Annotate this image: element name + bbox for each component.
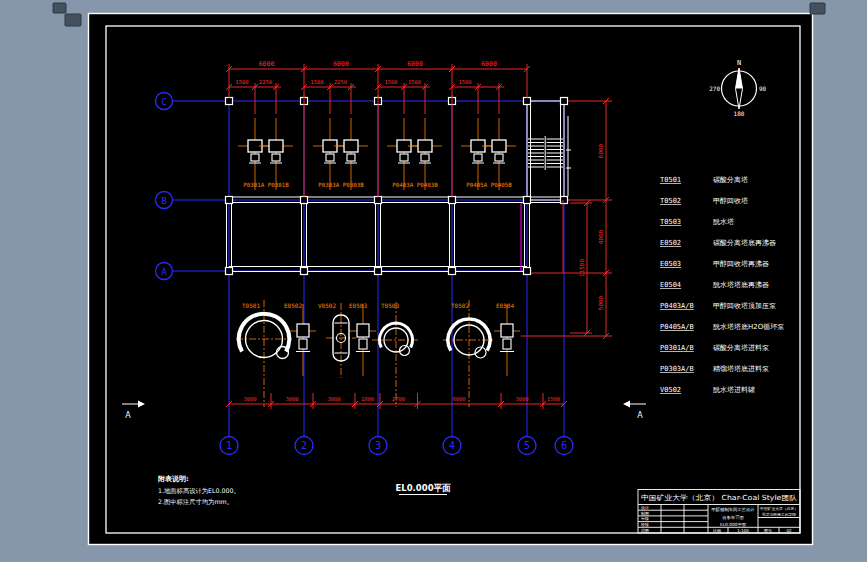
- legend-tag-2: T0502: [660, 197, 681, 205]
- pump-label-2: P0303A P0303B: [318, 182, 364, 188]
- grid-label-2: 2: [301, 440, 307, 451]
- dim-top-sub-6: 1500: [408, 79, 421, 85]
- equip-label-E0503: E0503: [349, 302, 367, 309]
- legend-desc-6: 脱水塔塔底再沸器: [712, 281, 769, 289]
- dim-top-main-2: 6000: [333, 60, 349, 68]
- drawing-caption: EL0.000平面: [395, 483, 451, 495]
- compass-s: 180: [734, 110, 745, 117]
- dim-bottom-6: 6000: [452, 396, 465, 402]
- equip-label-T0502: T0502: [451, 302, 469, 309]
- dim-bottom-5: 2700: [392, 396, 405, 402]
- equip-label-T0503: T0503: [381, 302, 399, 309]
- legend-desc-8: 脱水塔塔底H2O循环泵: [712, 323, 784, 331]
- dim-top-main-1: 6000: [259, 60, 275, 68]
- titleblock-org-line-1: 中国矿业大学（北京）: [760, 506, 798, 511]
- legend-tag-7: P0403A/B: [660, 302, 694, 310]
- equip-label-T0501: T0501: [242, 302, 260, 309]
- legend-tag-1: T0501: [660, 176, 681, 184]
- dim-top-sub-4: 2250: [334, 79, 347, 85]
- dim-bottom-2: 3000: [285, 396, 298, 402]
- grid-label-B: B: [161, 196, 166, 206]
- equip-label-V0502: V0502: [318, 302, 336, 309]
- titlebar-icon-left-2[interactable]: [65, 14, 81, 26]
- grid-label-C: C: [161, 97, 166, 107]
- dim-right-2: 4000: [597, 229, 604, 244]
- legend-desc-4: 碳酸分离塔底再沸器: [713, 239, 776, 247]
- grid-label-4: 4: [449, 440, 455, 451]
- legend-desc-3: 脱水塔: [712, 218, 734, 226]
- legend-tag-6: E0504: [660, 281, 681, 289]
- legend-desc-9: 碳酸分离塔进料泵: [713, 344, 769, 352]
- dim-right-3: 5000: [597, 295, 604, 310]
- dim-top-sub-5: 1500: [384, 79, 397, 85]
- section-label-right: A: [637, 411, 643, 420]
- pump-label-3: P0403A P0403B: [392, 182, 438, 188]
- titlebar-icon-right[interactable]: [810, 3, 825, 14]
- titleblock-banner: 中国矿业大学（北京） Char-Coal Style团队: [641, 494, 797, 502]
- grid-label-3: 3: [375, 440, 381, 451]
- dim-bottom-8: 1500: [547, 396, 560, 402]
- legend-tag-5: E0503: [660, 260, 681, 268]
- dim-right-1: 6000: [597, 143, 604, 158]
- legend-desc-2: 甲醇回收塔: [713, 197, 748, 205]
- legend-tag-3: T0503: [660, 218, 681, 226]
- legend-tag-11: V0502: [660, 386, 681, 394]
- dim-bottom-1: 3000: [243, 396, 256, 402]
- dim-top-sub-7: 1500: [458, 79, 471, 85]
- dim-top-main-3: 6000: [407, 60, 423, 68]
- legend-tag-8: P0405A/B: [660, 323, 694, 331]
- legend-desc-1: 碳酸分离塔: [713, 176, 748, 184]
- pump-label-4: P0405A P0405B: [466, 182, 512, 188]
- dim-right-inner: 11500: [578, 259, 585, 277]
- equip-label-E0502: E0502: [284, 302, 302, 309]
- compass-e: 90: [759, 85, 767, 92]
- caption-text: EL0.000平面: [395, 483, 451, 493]
- notes-title: 附表说明:: [158, 475, 189, 483]
- legend-tag-9: P0301A/B: [660, 344, 694, 352]
- grid-label-5: 5: [524, 440, 530, 451]
- titleblock-project-line-2: 设备布置图: [722, 515, 743, 520]
- section-label-left: A: [125, 411, 131, 420]
- dim-bottom-7: 3000: [515, 396, 528, 402]
- dim-bottom-4: 1800: [361, 396, 374, 402]
- pump-label-1: P0301A P0301B: [243, 182, 289, 188]
- titleblock-no-value: 02: [786, 528, 792, 533]
- titleblock-org-line-2: 化学与环境工程学院: [761, 512, 796, 517]
- legend-desc-11: 脱水塔进料罐: [712, 386, 755, 394]
- titleblock-scale-value: 1:100: [737, 528, 749, 533]
- grid-label-A: A: [161, 267, 167, 277]
- dim-top-sub-1: 1500: [235, 79, 248, 85]
- titleblock-row-3: 审核: [641, 516, 649, 521]
- compass-w: 270: [709, 85, 720, 92]
- titlebar-icon-left-1[interactable]: [53, 3, 66, 13]
- legend-desc-7: 甲醇回收塔顶加压泵: [713, 302, 776, 310]
- notes-line-2: 2.图中标注尺寸均为mm。: [158, 498, 233, 506]
- titleblock-project-line-3: EL0.000平面: [720, 522, 747, 527]
- drawing-canvas: [89, 14, 813, 545]
- compass-n: N: [737, 59, 741, 67]
- dim-top-main-4: 6000: [481, 60, 497, 68]
- legend-tag-4: E0502: [660, 239, 681, 247]
- equip-label-E0504: E0504: [496, 302, 514, 309]
- titleblock-row-1: 设计: [641, 505, 649, 510]
- titleblock-no-label: 图号: [764, 528, 772, 533]
- titleblock-row-4: 校核: [640, 522, 649, 527]
- grid-label-6: 6: [561, 440, 567, 451]
- legend-desc-5: 甲醇回收塔再沸器: [713, 260, 769, 268]
- legend-tag-10: P0303A/B: [660, 365, 694, 373]
- titleblock-row-5: 描图: [641, 528, 649, 533]
- dim-top-sub-3: 1500: [310, 79, 323, 85]
- dim-top-sub-2: 2250: [259, 79, 272, 85]
- grid-label-1: 1: [226, 440, 232, 451]
- cad-viewport-window: C B A 1 2 3 4 5 6: [0, 0, 867, 562]
- dim-bottom-3: 3000: [327, 396, 340, 402]
- legend-desc-10: 精馏塔塔底进料泵: [713, 365, 769, 373]
- notes-line-1: 1.地面标高设计为EL0.000。: [158, 487, 240, 495]
